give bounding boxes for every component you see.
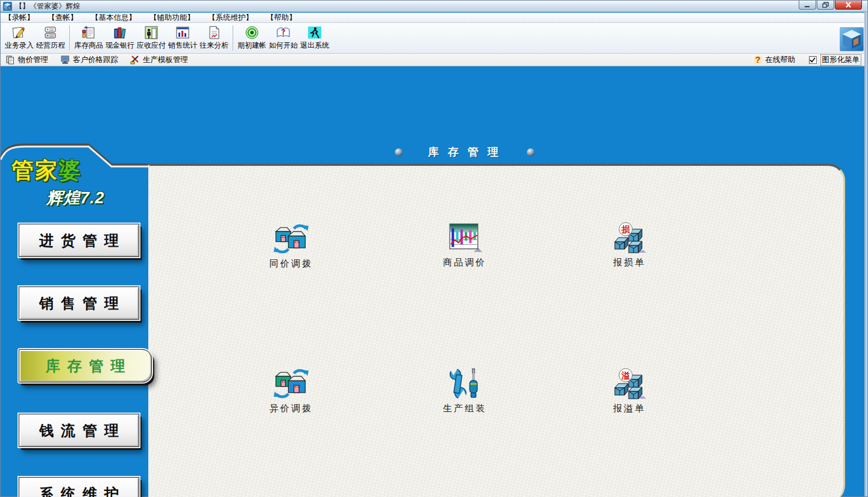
page-title: 库 存 管 理 <box>428 145 502 159</box>
window-title: 【】《管家婆》辉煌 <box>15 1 80 11</box>
title-bar: 【】《管家婆》辉煌 <box>1 1 867 12</box>
same-price-transfer-icon <box>274 223 309 255</box>
toolbar-how-to-start[interactable]: ? 如何开始 <box>268 25 299 51</box>
check-icon <box>810 57 816 63</box>
exit-runner-icon <box>307 25 322 40</box>
receivable-payable-icon <box>144 25 159 40</box>
feature-production-assembly[interactable]: 生产组装 <box>426 368 504 414</box>
minimize-button[interactable] <box>799 1 816 10</box>
toolbar-business-history[interactable]: 经营历程 <box>35 25 66 51</box>
menu-item-system-maintenance[interactable]: 【系统维护】 <box>208 13 253 23</box>
close-icon <box>845 2 852 8</box>
page-header: 库 存 管 理 <box>148 141 781 163</box>
toolbar-receivable-payable[interactable]: 应收应付 <box>136 25 167 51</box>
menu-item-record[interactable]: 【录帐】 <box>4 13 34 23</box>
toolbar-cash-bank[interactable]: 现金银行 <box>104 25 136 51</box>
main-area: 管家婆 辉煌7.2 库 存 管 理 进货管理 销售管理 库存管理 钱流管理 系统… <box>1 66 867 496</box>
feature-diff-price-transfer[interactable]: 异价调拨 <box>252 368 330 414</box>
how-to-start-icon: ? <box>276 25 291 40</box>
toolbar-contacts-analysis[interactable]: 往来分析 <box>198 25 230 51</box>
production-assembly-icon <box>447 368 482 399</box>
graphic-menu-label[interactable]: 图形化菜单 <box>820 54 862 66</box>
cash-bank-icon <box>113 25 127 40</box>
brand-version: 辉煌7.2 <box>46 187 144 209</box>
toolbar-initial-account[interactable]: 期初建帐 <box>236 25 268 51</box>
sphere-decoration-icon <box>527 148 535 156</box>
toolbar: 业务录入 经营历程 库存商品 <box>1 23 867 54</box>
window-frame-edge <box>864 12 867 496</box>
toolbar-separator <box>69 25 70 51</box>
documents-icon <box>5 55 15 65</box>
sidebar-button-cashflow[interactable]: 钱流管理 <box>19 414 139 447</box>
ledger-icon <box>43 25 58 40</box>
menu-bar: 【录帐】 【查帐】 【基本信息】 【辅助功能】 【系统维护】 【帮助】 <box>1 13 867 23</box>
feature-same-price-transfer[interactable]: 同价调拨 <box>252 223 330 270</box>
app-icon <box>3 2 12 11</box>
svg-text:损: 损 <box>621 224 631 234</box>
sidebar-button-maintenance[interactable]: 系统维护 <box>19 477 139 497</box>
online-help-link[interactable]: 在线帮助 <box>766 55 796 65</box>
restore-button[interactable] <box>817 1 834 10</box>
menu-item-help[interactable]: 【帮助】 <box>266 13 297 23</box>
diff-price-transfer-icon <box>274 368 309 399</box>
stock-goods-icon <box>81 25 96 40</box>
feature-goods-reprice[interactable]: 商品调价 <box>426 222 504 268</box>
quick-bar: 物价管理 客户价格跟踪 生产模板管理 ? 在线帮助 <box>1 54 867 66</box>
pen-note-icon <box>12 25 27 40</box>
toolbar-sales-statistics[interactable]: 销售统计 <box>167 25 198 51</box>
toolbar-stock-goods[interactable]: 库存商品 <box>73 25 104 51</box>
close-button[interactable] <box>835 1 862 10</box>
brand-logo: 管家婆 辉煌7.2 <box>11 156 144 209</box>
content-panel <box>148 163 845 497</box>
sidebar-button-sales[interactable]: 销售管理 <box>19 286 139 320</box>
computer-icon <box>60 55 70 65</box>
sphere-decoration-icon <box>395 148 403 156</box>
restore-icon <box>822 2 829 8</box>
quick-price-management[interactable]: 物价管理 <box>5 55 48 65</box>
quick-customer-price-tracking[interactable]: 客户价格跟踪 <box>60 55 118 65</box>
sidebar-button-inventory[interactable]: 库存管理 <box>19 349 152 382</box>
goods-reprice-icon <box>447 222 482 253</box>
contacts-analysis-icon <box>207 25 221 40</box>
quick-production-template[interactable]: 生产模板管理 <box>130 55 188 65</box>
svg-text:?: ? <box>281 28 285 36</box>
menu-item-basic-info[interactable]: 【基本信息】 <box>91 13 136 23</box>
overflow-report-icon: 溢 <box>612 368 647 399</box>
menu-item-aux-functions[interactable]: 【辅助功能】 <box>149 13 195 23</box>
menu-item-query[interactable]: 【查帐】 <box>48 13 78 23</box>
loss-report-icon: 损 <box>612 222 647 253</box>
minimize-icon <box>804 2 811 8</box>
sales-stats-icon <box>175 25 190 40</box>
toolbar-exit-system[interactable]: 退出系统 <box>299 25 330 51</box>
tools-icon <box>130 55 140 65</box>
toolbar-business-entry[interactable]: 业务录入 <box>4 25 35 51</box>
brand-name: 管家婆 <box>11 156 144 186</box>
toolbar-separator <box>233 25 233 51</box>
init-account-icon <box>245 25 259 40</box>
brand-cube-logo <box>840 27 864 51</box>
help-question-icon: ? <box>754 56 762 64</box>
feature-loss-report[interactable]: 损 报损单 <box>590 222 668 268</box>
sidebar-button-purchase[interactable]: 进货管理 <box>19 224 139 257</box>
graphic-menu-checkbox[interactable] <box>809 56 817 64</box>
svg-text:溢: 溢 <box>621 370 630 380</box>
app-window: 【】《管家婆》辉煌 【录帐】 【查帐】 【基本信息】 【辅助功能】 【系统维护】 <box>0 0 868 497</box>
feature-overflow-report[interactable]: 溢 报溢单 <box>590 368 668 414</box>
